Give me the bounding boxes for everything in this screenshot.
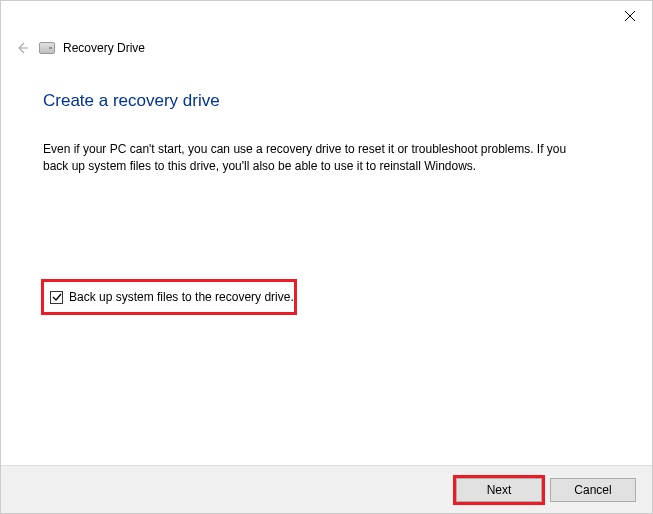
- backup-checkbox-label: Back up system files to the recovery dri…: [69, 290, 294, 304]
- titlebar: [1, 1, 652, 31]
- checkmark-icon: [52, 292, 62, 302]
- page-description: Even if your PC can't start, you can use…: [43, 141, 573, 175]
- back-arrow-icon: [14, 40, 30, 56]
- backup-checkbox[interactable]: [50, 291, 63, 304]
- page-heading: Create a recovery drive: [43, 91, 610, 111]
- footer: Next Cancel: [1, 465, 652, 513]
- content-area: Create a recovery drive Even if your PC …: [1, 67, 652, 175]
- cancel-button[interactable]: Cancel: [550, 478, 636, 502]
- back-button[interactable]: [13, 39, 31, 57]
- close-button[interactable]: [607, 1, 652, 31]
- close-icon: [625, 11, 635, 21]
- next-button[interactable]: Next: [456, 478, 542, 502]
- window-title: Recovery Drive: [63, 41, 145, 55]
- backup-checkbox-row[interactable]: Back up system files to the recovery dri…: [41, 279, 297, 315]
- drive-icon: [39, 42, 55, 54]
- header-row: Recovery Drive: [1, 31, 652, 67]
